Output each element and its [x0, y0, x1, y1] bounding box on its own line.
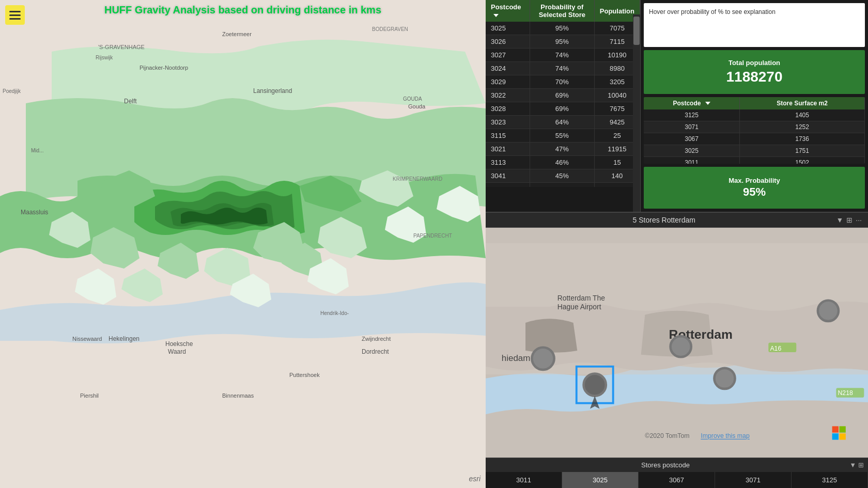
svg-text:BODEGRAVEN: BODEGRAVEN: [372, 26, 408, 32]
cell-probability: 64%: [530, 116, 594, 129]
table-row[interactable]: 3022 69% 10040: [486, 89, 640, 102]
total-population-box: Total population 1188270: [644, 50, 865, 94]
table-row[interactable]: 3041 45% 140: [486, 169, 640, 183]
sort-ps-postcode[interactable]: [705, 102, 710, 105]
cell-ps-postcode: 3011: [644, 156, 740, 164]
map-svg: 'S-GRAVENHAGE Rijswijk Zoetermeer BODEGR…: [0, 0, 486, 488]
table-row[interactable]: 3025 95% 7075: [486, 22, 640, 35]
svg-text:KRIMPENERWAARD: KRIMPENERWAARD: [393, 176, 442, 182]
ps-table-row[interactable]: 3125 1405: [644, 109, 865, 121]
postcode-tab-3011[interactable]: 3011: [486, 472, 562, 488]
svg-text:Lansingerland: Lansingerland: [253, 87, 292, 95]
svg-text:Zwijndrecht: Zwijndrecht: [362, 336, 391, 342]
scrollbar-thumb[interactable]: [633, 17, 640, 45]
cell-probability: 69%: [530, 89, 594, 102]
svg-text:Pijnacker-Nootdorp: Pijnacker-Nootdorp: [140, 65, 188, 71]
ps-table-body: 3125 1405 3071 1252 3067 1736 3025 1751 …: [644, 109, 865, 164]
table-row[interactable]: 3113 46% 15: [486, 156, 640, 169]
postcode-tabs: 30113025306730713125: [486, 472, 868, 488]
mini-map-area: Rotterdam Rotterdam The Hague Airport hi…: [486, 228, 868, 458]
col-store-surface[interactable]: Store Surface m2: [740, 97, 865, 109]
postcode-tab-3125[interactable]: 3125: [792, 472, 868, 488]
bottom-section: 5 Stores Rotterdam ▼ ⊞ ···: [486, 213, 868, 488]
total-pop-value: 1188270: [726, 69, 782, 85]
table-row[interactable]: 3023 64% 9425: [486, 116, 640, 129]
cell-store-surface: 1502: [740, 156, 865, 164]
table-row[interactable]: 3026 95% 7115: [486, 35, 640, 49]
right-panel: Postcode Probability of Selected Store P…: [486, 0, 868, 488]
scrollbar-track[interactable]: [633, 14, 640, 212]
svg-text:Delft: Delft: [124, 98, 137, 105]
svg-rect-56: [840, 433, 846, 439]
svg-rect-55: [832, 433, 839, 439]
svg-text:Zoetermeer: Zoetermeer: [222, 31, 252, 37]
svg-text:Gouda: Gouda: [408, 103, 426, 109]
ps-table-row[interactable]: 3071 1252: [644, 121, 865, 133]
svg-text:Binnenmaas: Binnenmaas: [222, 392, 254, 399]
svg-text:Rotterdam The: Rotterdam The: [557, 294, 605, 302]
svg-text:Hague Airport: Hague Airport: [557, 303, 601, 311]
esri-badge: esri: [469, 475, 481, 483]
svg-text:N218: N218: [838, 389, 853, 397]
postcode-tab-3067[interactable]: 3067: [639, 472, 715, 488]
postcode-tab-3025[interactable]: 3025: [562, 472, 639, 488]
cell-ps-postcode: 3125: [644, 109, 740, 121]
col-postcode-label: Postcode: [491, 3, 521, 11]
postcode-tab-3071[interactable]: 3071: [715, 472, 792, 488]
table-row[interactable]: 3039 42% 10195: [486, 183, 640, 187]
cell-postcode: 3021: [486, 143, 530, 156]
svg-rect-53: [832, 426, 839, 432]
menu-button[interactable]: [5, 5, 25, 25]
svg-text:Dordrecht: Dordrecht: [362, 348, 389, 355]
sort-arrow-postcode[interactable]: [493, 14, 499, 17]
col-ps-postcode[interactable]: Postcode: [644, 97, 740, 109]
col-probability-label: Probability of Selected Store: [539, 3, 585, 19]
tooltip-text: Hover over probability of % to see expla…: [649, 8, 776, 15]
cell-postcode: 3023: [486, 116, 530, 129]
table-row[interactable]: 3115 55% 25: [486, 129, 640, 143]
ps-table-row[interactable]: 3025 1751: [644, 145, 865, 156]
col-population-label: Population: [600, 7, 634, 15]
filter-icon-2[interactable]: ▼: [849, 461, 856, 469]
col-probability[interactable]: Probability of Selected Store: [530, 0, 594, 22]
cell-probability: 69%: [530, 102, 594, 116]
postcode-filter-icons: ▼ ⊞: [845, 461, 868, 469]
table-row[interactable]: 3021 47% 11915: [486, 143, 640, 156]
more-icon[interactable]: ···: [856, 216, 862, 224]
col-store-surface-label: Store Surface m2: [777, 100, 828, 107]
svg-text:Hendrik-Ido-: Hendrik-Ido-: [320, 310, 349, 316]
cell-store-surface: 1736: [740, 133, 865, 145]
cell-postcode: 3113: [486, 156, 530, 169]
svg-text:'S-GRAVENHAGE: 'S-GRAVENHAGE: [98, 44, 145, 50]
svg-text:Waard: Waard: [168, 348, 186, 355]
table-scroll[interactable]: Postcode Probability of Selected Store P…: [486, 0, 640, 187]
max-prob-label: Max. Probability: [729, 177, 780, 184]
ps-table-row[interactable]: 3011 1502: [644, 156, 865, 164]
cell-probability: 74%: [530, 49, 594, 62]
col-postcode[interactable]: Postcode: [486, 0, 530, 22]
map-title: HUFF Gravity Analysis based on driving d…: [0, 4, 486, 16]
cell-ps-postcode: 3071: [644, 121, 740, 133]
table-row[interactable]: 3029 70% 3205: [486, 75, 640, 89]
cell-postcode: 3025: [486, 22, 530, 35]
stores-map-icons: ▼ ⊞ ···: [836, 216, 862, 224]
svg-text:Puttershoek: Puttershoek: [289, 372, 320, 378]
filter-icon[interactable]: ▼: [836, 216, 843, 224]
svg-text:Nissewaard: Nissewaard: [72, 336, 102, 342]
cell-store-surface: 1252: [740, 121, 865, 133]
table-icon[interactable]: ⊞: [846, 216, 853, 224]
table-row[interactable]: 3028 69% 7675: [486, 102, 640, 116]
cell-postcode: 3028: [486, 102, 530, 116]
svg-text:Improve this map: Improve this map: [701, 433, 750, 440]
svg-text:Hoeksche: Hoeksche: [165, 340, 193, 348]
table-row[interactable]: 3024 74% 8980: [486, 62, 640, 75]
table-body: 3025 95% 7075 3026 95% 7115 3027 74% 101…: [486, 22, 640, 187]
data-table: Postcode Probability of Selected Store P…: [486, 0, 640, 187]
main-data-table-container: Postcode Probability of Selected Store P…: [486, 0, 641, 212]
main-container: HUFF Gravity Analysis based on driving d…: [0, 0, 868, 488]
cell-probability: 95%: [530, 22, 594, 35]
table-row[interactable]: 3027 74% 10190: [486, 49, 640, 62]
table-icon-2[interactable]: ⊞: [858, 461, 864, 469]
stores-postcode-title: Stores postcode: [486, 458, 845, 472]
ps-table-row[interactable]: 3067 1736: [644, 133, 865, 145]
